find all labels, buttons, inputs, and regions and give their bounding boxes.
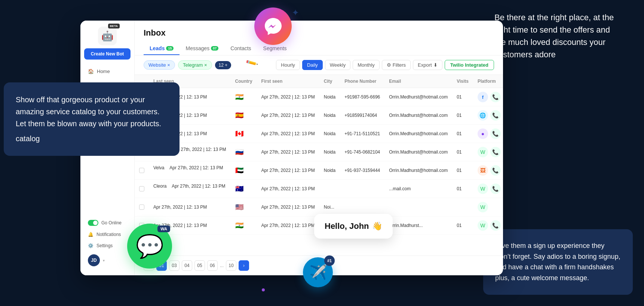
top-right-text-content: Be there at the right place, at the righ… [494, 13, 614, 59]
sidebar-go-online[interactable]: Go Online [84, 217, 131, 229]
country-flag: 🇪🇸 [235, 112, 243, 119]
settings-icon: ⚙️ [88, 243, 93, 248]
tab-segments-label: Segments [263, 45, 287, 51]
table-row: Karelle Apr 27th, 2022 | 12: 13 PM 🇷🇺 Ap… [135, 143, 503, 161]
filters-label: Filters [393, 62, 406, 68]
pagination-dots: ... [220, 263, 224, 268]
pagination-page-4[interactable]: 04 [182, 260, 192, 271]
hello-text: Hello, John [325, 221, 369, 231]
table-row: Apr 27th, 2022 | 12: 13 PM 🇮🇳 Apr 27th, … [135, 88, 503, 106]
row-phone: +918599174064 [340, 106, 384, 125]
pagination-page-10[interactable]: 10 [226, 260, 236, 271]
filter-tags: Website × Telegram × 12 + [144, 60, 231, 70]
bot-logo-icon: 🤖 [101, 30, 113, 42]
row-email: Orrin.Madhurst@hotmail.com [384, 161, 452, 180]
time-btn-monthly[interactable]: Monthly [353, 60, 380, 70]
row-email: Orrin.Medhurst@hotmail.com [384, 88, 452, 106]
export-button[interactable]: Export ⬇ [413, 60, 442, 70]
filter-tag-website[interactable]: Website × [144, 60, 175, 70]
country-flag: 🇮🇳 [235, 93, 243, 101]
whatsapp-icon: 💬 [136, 233, 164, 260]
settings-label: Settings [96, 243, 113, 248]
table-row: Cleora Apr 27th, 2022 | 12: 13 PM 🇦🇺 Apr… [135, 180, 503, 198]
create-bot-button[interactable]: Create New Bot [84, 48, 131, 60]
sidebar-item-home[interactable]: 🏠 Home [84, 66, 131, 77]
filter-tag-telegram[interactable]: Telegram × [178, 60, 212, 70]
row-last-seen: Velva Apr 27th, 2022 | 12: 13 PM [149, 161, 231, 174]
platform-icon-wa: W [478, 202, 488, 212]
row-checkbox-cell[interactable] [135, 180, 149, 198]
row-platform: 🌐 📞 [473, 106, 503, 125]
row-email: Orrin.Medhurst@hotmail.com [384, 125, 452, 143]
table-row: Apr 27th, 2022 | 12: 13 PM 🇺🇸 Apr 27th, … [135, 198, 503, 216]
call-icon[interactable]: 📞 [490, 128, 501, 139]
row-platform: W 📞 [473, 143, 503, 161]
call-icon[interactable]: 📞 [490, 92, 501, 102]
row-phone: +91-937-3159444 [340, 161, 384, 180]
telegram-icon: ✈️ [309, 264, 327, 281]
col-phone: Phone Number [340, 75, 384, 88]
country-flag: 🇺🇸 [235, 203, 243, 211]
messenger-bubble [254, 7, 292, 45]
row-phone: +91987-595-6696 [340, 88, 384, 106]
call-icon[interactable]: 📞 [490, 147, 501, 157]
row-country: 🇺🇸 [231, 198, 257, 216]
row-visits: 01 [452, 143, 473, 161]
inbox-title: Inbox [144, 28, 494, 38]
time-btn-daily[interactable]: Daily [302, 60, 323, 70]
filter-icon: ⚙ [387, 62, 391, 68]
home-label: Home [97, 69, 110, 74]
row-city [319, 180, 340, 198]
call-icon[interactable]: 📞 [490, 110, 501, 121]
row-country: 🇷🇺 [231, 143, 257, 161]
home-icon: 🏠 [88, 69, 94, 74]
country-flag: 🇮🇳 [235, 222, 243, 229]
inbox-header: Inbox Leads 15 Messages 07 Contacts Segm… [135, 21, 503, 55]
tab-contacts-label: Contacts [230, 45, 251, 51]
tab-leads-label: Leads [150, 45, 165, 51]
row-email: Orrin.Madhurst@hotmail.com [384, 143, 452, 161]
sidebar-notifications[interactable]: 🔔 Notifications [84, 229, 131, 240]
integrated-label: Twilio Integrated [450, 62, 488, 68]
bottom-right-text-content: Give them a sign up experience they won'… [495, 242, 620, 282]
row-checkbox[interactable] [139, 204, 144, 210]
row-checkbox[interactable] [139, 186, 144, 191]
time-btn-hourly[interactable]: Hourly [276, 60, 300, 70]
col-visits: Visits [452, 75, 473, 88]
filter-tag-more[interactable]: 12 + [215, 61, 231, 69]
call-icon[interactable]: 📞 [490, 184, 501, 194]
top-right-description: Be there at the right place, at the righ… [494, 11, 622, 61]
tab-messages[interactable]: Messages 07 [180, 42, 224, 55]
tabs-bar: Leads 15 Messages 07 Contacts Segments [144, 42, 494, 55]
row-visits: 01 [452, 106, 473, 125]
row-checkbox-cell[interactable] [135, 161, 149, 180]
tab-leads[interactable]: Leads 15 [144, 42, 180, 55]
call-icon[interactable]: 📞 [490, 220, 501, 231]
filter-tag-telegram-label: Telegram × [183, 62, 207, 68]
row-phone: +91-745-0682104 [340, 143, 384, 161]
call-icon[interactable]: 📞 [490, 165, 501, 176]
time-btn-weekly[interactable]: Weekly [325, 60, 350, 70]
row-country: 🇪🇸 [231, 106, 257, 125]
country-flag: 🇦🇪 [235, 167, 243, 174]
row-visits [452, 198, 473, 216]
pagination-next[interactable]: › [239, 260, 249, 271]
star-decoration: ✦ [292, 7, 299, 18]
telegram-badge: #1 [324, 255, 335, 266]
row-country: 🇦🇪 [231, 161, 257, 180]
country-flag: 🇨🇦 [235, 130, 243, 137]
row-platform: ● 📞 [473, 125, 503, 143]
tab-contacts[interactable]: Contacts [224, 42, 257, 55]
row-first-seen: Apr 27th, 2022 | 12: 13 PM [257, 106, 319, 125]
integrated-button[interactable]: Twilio Integrated [445, 60, 494, 70]
sidebar-settings[interactable]: ⚙️ Settings [84, 240, 131, 251]
pagination-page-6[interactable]: 06 [207, 260, 218, 271]
pagination-page-3[interactable]: 03 [169, 260, 180, 271]
row-checkbox[interactable] [139, 168, 144, 173]
left-text-main: Show off that gorgeous product or your a… [16, 94, 168, 130]
pagination-page-5[interactable]: 05 [194, 260, 205, 271]
filters-button[interactable]: ⚙ Filters [382, 60, 411, 70]
go-online-toggle[interactable] [88, 220, 98, 226]
export-label: Export [418, 62, 432, 68]
row-checkbox-cell[interactable] [135, 198, 149, 216]
